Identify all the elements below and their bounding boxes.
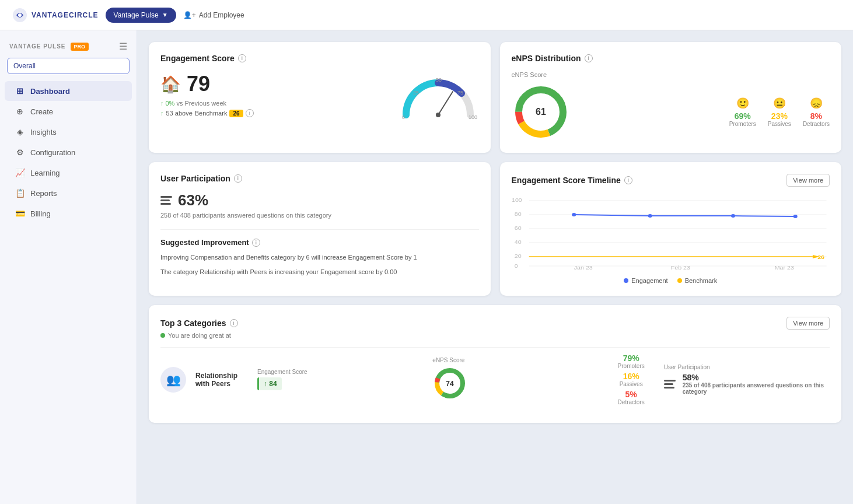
app-layout: VANTAGE PULSE PRO ☰ Overall Department L… <box>0 30 853 504</box>
timeline-svg: 100 80 60 40 20 0 Jan 23 Feb 23 <box>512 195 830 271</box>
user-participation-info-icon[interactable]: i <box>234 174 242 183</box>
sidebar-item-insights[interactable]: ◈ Insights <box>5 122 132 142</box>
reports-icon: 📋 <box>15 188 25 198</box>
insights-icon: ◈ <box>15 127 25 136</box>
passives-label: Passives <box>768 121 791 127</box>
user-plus-icon: 👤+ <box>183 11 196 19</box>
cat-participation-row: 58% 235 of 408 participants answered que… <box>664 373 830 395</box>
cat-enps-section: eNPS Score 74 <box>432 357 598 402</box>
legend-benchmark: Benchmark <box>677 277 718 284</box>
sidebar-item-configuration[interactable]: ⚙ Configuration <box>5 142 132 162</box>
promoters-label: Promoters <box>729 121 756 127</box>
timeline-info-icon[interactable]: i <box>624 176 632 184</box>
svg-text:25: 25 <box>413 90 419 96</box>
participation-suggestion-card: User Participation i 63% 258 of 408 part… <box>149 162 491 296</box>
logo-icon <box>12 7 28 23</box>
svg-text:26: 26 <box>817 254 824 260</box>
overall-filter[interactable]: Overall Department Location <box>7 58 130 74</box>
sidebar-header: VANTAGE PULSE PRO ☰ <box>0 37 137 58</box>
enps-info-icon[interactable]: i <box>585 54 593 62</box>
engagement-score-card: Engagement Score i 🏠 79 ↑ 0% vs Previous… <box>149 42 491 153</box>
score-benchmark: ↑ 53 above Benchmark 26 i <box>160 109 386 117</box>
line-2 <box>160 200 170 201</box>
enps-detractors: 😞 8% Detractors <box>803 97 830 127</box>
sidebar-item-label: Create <box>30 107 53 116</box>
detractors-icon: 😞 <box>803 97 830 110</box>
promoters-pct: 69% <box>729 111 756 121</box>
svg-text:80: 80 <box>514 211 521 217</box>
svg-text:50: 50 <box>436 77 442 83</box>
sidebar-item-label: Reports <box>30 189 57 198</box>
suggestion-item-1: Improving Compensation and Benefits cate… <box>160 253 479 262</box>
svg-text:74: 74 <box>446 380 455 388</box>
cat-enps-donut: 74 <box>432 366 467 401</box>
svg-point-33 <box>730 214 735 218</box>
timeline-view-more-button[interactable]: View more <box>786 174 830 187</box>
top-cat-info-icon[interactable]: i <box>230 319 238 327</box>
vantage-pulse-button[interactable]: Vantage Pulse ▼ <box>106 8 176 23</box>
svg-line-2 <box>438 92 453 115</box>
create-icon: ⊕ <box>15 107 25 116</box>
green-dot <box>160 333 165 338</box>
svg-text:61: 61 <box>536 107 546 117</box>
score-row: 🏠 79 ↑ 0% vs Previous week ↑ 53 above Be… <box>160 71 479 118</box>
svg-text:0: 0 <box>514 263 518 269</box>
topbar: VANTAGECIRCLE Vantage Pulse ▼ 👤+ Add Emp… <box>0 0 853 30</box>
svg-text:60: 60 <box>514 225 521 231</box>
chevron-down-icon: ▼ <box>162 12 168 18</box>
suggested-improvement-title: Suggested Improvement i <box>160 238 479 247</box>
engagement-score-title: Engagement Score i <box>160 54 479 63</box>
enps-content: 61 🙂 69% Promoters 😐 23% Passives <box>512 83 830 141</box>
cat-engagement-section: Engagement Score ↑ 84 <box>257 369 423 390</box>
sidebar-item-billing[interactable]: 💳 Billing <box>5 204 132 223</box>
sidebar-item-label: Learning <box>30 169 60 177</box>
svg-point-1 <box>18 13 22 17</box>
cat-passives: 16% Passives <box>608 372 655 387</box>
score-change: ↑ 0% vs Previous week <box>160 100 386 107</box>
hamburger-icon[interactable]: ☰ <box>119 41 127 52</box>
logo: VANTAGECIRCLE <box>12 7 99 23</box>
gauge-chart: 0 25 50 75 100 <box>397 71 479 118</box>
benchmark-badge: 26 <box>229 110 243 117</box>
lines-icon <box>160 196 172 205</box>
participation-pct: 63% <box>160 191 479 209</box>
svg-text:Mar 23: Mar 23 <box>774 265 794 271</box>
sidebar-item-label: Configuration <box>30 148 75 157</box>
score-left: 🏠 79 ↑ 0% vs Previous week ↑ 53 above Be… <box>160 72 386 117</box>
configuration-icon: ⚙ <box>15 148 25 157</box>
top-cat-view-more-button[interactable]: View more <box>786 317 830 330</box>
svg-text:Jan 23: Jan 23 <box>574 265 593 271</box>
svg-point-31 <box>572 213 576 216</box>
engagement-score-info-icon[interactable]: i <box>238 54 246 62</box>
enps-promoters: 🙂 69% Promoters <box>729 97 756 127</box>
engagement-legend-dot <box>624 278 628 283</box>
middle-cards-grid: User Participation i 63% 258 of 408 part… <box>149 162 841 296</box>
sidebar-item-dashboard[interactable]: ⊞ Dashboard <box>5 81 132 101</box>
cat-promoters: 79% Promoters <box>608 354 655 369</box>
main-content: Engagement Score i 🏠 79 ↑ 0% vs Previous… <box>137 30 853 504</box>
svg-point-34 <box>793 215 797 218</box>
detractors-label: Detractors <box>803 121 830 127</box>
logo-text: VANTAGECIRCLE <box>32 11 99 19</box>
sidebar-item-label: Billing <box>30 209 51 218</box>
cat-detractors: 5% Detractors <box>608 390 655 405</box>
svg-point-32 <box>648 214 652 218</box>
benchmark-info-icon[interactable]: i <box>246 109 254 117</box>
category-name: Relationship with Peers <box>195 372 248 388</box>
enps-distribution-card: eNPS Distribution i eNPS Score <box>500 42 842 153</box>
enps-passives: 😐 23% Passives <box>768 97 791 127</box>
sidebar-item-learning[interactable]: 📈 Learning <box>5 163 132 183</box>
enps-donut-chart: 61 <box>512 83 570 141</box>
arrow-up-icon: ↑ <box>160 100 164 107</box>
engagement-score-value: 79 <box>187 72 210 96</box>
sidebar-item-label: Insights <box>30 128 57 136</box>
svg-text:40: 40 <box>514 239 521 245</box>
participation-desc: 258 of 408 participants answered questio… <box>160 212 479 219</box>
suggestion-item-2: The category Relationship with Peers is … <box>160 267 479 277</box>
sidebar-item-reports[interactable]: 📋 Reports <box>5 183 132 203</box>
add-employee-button[interactable]: 👤+ Add Employee <box>183 11 244 19</box>
suggested-info-icon[interactable]: i <box>252 239 260 247</box>
filter-select-wrapper[interactable]: Overall Department Location <box>7 58 130 74</box>
sidebar-item-create[interactable]: ⊕ Create <box>5 102 132 121</box>
top-categories-header: Top 3 Categories i View more <box>160 317 830 330</box>
